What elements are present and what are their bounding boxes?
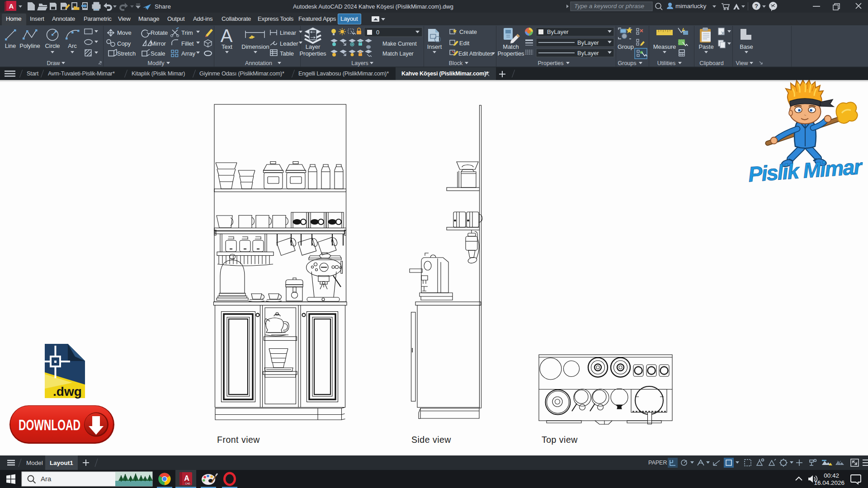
svg-text:Layout1: Layout1: [50, 460, 73, 466]
svg-text:Paste: Paste: [698, 43, 713, 50]
svg-text:mimarlucky: mimarlucky: [675, 3, 707, 9]
svg-text:Share: Share: [155, 3, 171, 10]
svg-text:Leader: Leader: [280, 40, 298, 47]
svg-text:View: View: [736, 60, 749, 66]
svg-text:Edit: Edit: [459, 40, 470, 47]
svg-text:Properties: Properties: [299, 50, 326, 57]
svg-text:Circle: Circle: [45, 42, 60, 49]
svg-text:Block: Block: [449, 60, 463, 66]
svg-text:Trim: Trim: [181, 29, 193, 36]
svg-text:ByLayer: ByLayer: [547, 28, 569, 35]
svg-text:Front view: Front view: [217, 435, 260, 445]
svg-text:Ara: Ara: [41, 475, 52, 483]
svg-text:Dimension: Dimension: [241, 43, 269, 50]
svg-text:Properties: Properties: [538, 60, 564, 66]
svg-text:Side view: Side view: [411, 435, 451, 445]
svg-text:?: ?: [755, 3, 758, 9]
svg-text:Rotate: Rotate: [151, 29, 168, 36]
svg-text:Scale: Scale: [151, 50, 165, 57]
svg-text:DOWNLOAD: DOWNLOAD: [19, 416, 80, 433]
svg-text:Base: Base: [740, 43, 753, 50]
svg-text:Edit Attributes: Edit Attributes: [458, 51, 493, 57]
svg-text:Top view: Top view: [542, 435, 578, 445]
svg-text:A: A: [9, 2, 14, 10]
svg-text:00:42: 00:42: [824, 472, 839, 479]
svg-text:Mirror: Mirror: [151, 40, 166, 47]
svg-text:Groups: Groups: [618, 60, 637, 66]
svg-text:Insert: Insert: [427, 43, 442, 50]
svg-text:Arc: Arc: [68, 42, 77, 49]
svg-text:.dwg: .dwg: [53, 385, 82, 399]
svg-text:Array: Array: [181, 50, 196, 57]
svg-text:Move: Move: [117, 29, 132, 36]
svg-text:Utilities: Utilities: [657, 60, 675, 66]
svg-text:Clipboard: Clipboard: [699, 60, 724, 66]
svg-text:CAD: CAD: [185, 482, 190, 485]
svg-text:A: A: [221, 26, 233, 46]
svg-text:Match: Match: [503, 43, 519, 50]
svg-text:Create: Create: [459, 28, 477, 35]
svg-text:PAPER: PAPER: [648, 460, 667, 466]
svg-text:Type a keyword or phrase: Type a keyword or phrase: [574, 3, 644, 9]
svg-text:Line: Line: [5, 42, 16, 49]
svg-text:Match Layer: Match Layer: [382, 51, 414, 57]
svg-text:Layers: Layers: [351, 60, 368, 66]
svg-text:Layer: Layer: [306, 43, 321, 50]
svg-text:Table: Table: [280, 50, 294, 57]
svg-text:Annotation: Annotation: [245, 60, 272, 66]
svg-text:Group: Group: [618, 43, 634, 50]
svg-text:Copy: Copy: [117, 40, 131, 47]
svg-text:Polyline: Polyline: [19, 42, 40, 49]
svg-text:ByLayer: ByLayer: [577, 50, 599, 56]
svg-text:Measure: Measure: [653, 43, 676, 50]
svg-text:Draw: Draw: [47, 60, 60, 66]
svg-text:Text: Text: [222, 43, 232, 50]
svg-text:Model: Model: [26, 460, 43, 466]
svg-text:Make Current: Make Current: [382, 41, 417, 47]
svg-text:16.04.2026: 16.04.2026: [814, 479, 844, 486]
svg-text:Pislik Mimar: Pislik Mimar: [747, 155, 864, 187]
svg-text:Stretch: Stretch: [117, 50, 136, 57]
svg-text:Properties: Properties: [497, 50, 524, 57]
svg-text:Kahve Köşesi (PislikMimar.com): Kahve Köşesi (PislikMimar.com).dwg: [359, 3, 453, 10]
svg-text:Fillet: Fillet: [181, 40, 194, 47]
svg-text:Linear: Linear: [280, 29, 297, 36]
svg-text:Autodesk AutoCAD 2024: Autodesk AutoCAD 2024: [293, 3, 357, 10]
svg-text:A: A: [184, 474, 189, 482]
svg-text:0: 0: [376, 29, 379, 36]
svg-text:Modify: Modify: [148, 60, 165, 66]
svg-text:ByLayer: ByLayer: [577, 39, 599, 46]
